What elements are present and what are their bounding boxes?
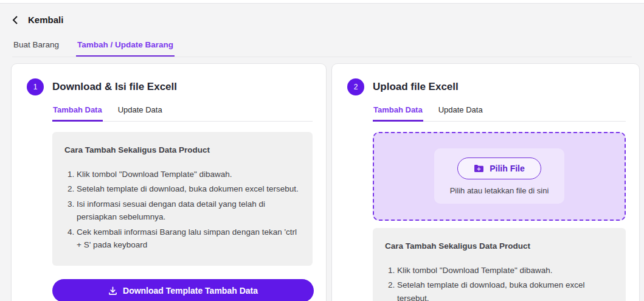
download-button-label: Download Template Tambah Data [123,286,258,296]
instruction-step: Setelah template di download, buka dokum… [77,182,299,196]
step-badge-1: 1 [27,78,44,95]
instruction-step: Klik tombol "Download Template" dibawah. [77,168,299,181]
instruction-step: Klik tombol "Download Template" dibawah. [397,264,612,277]
instruction-step: Cek kembali informasi Barang lalu simpan… [77,226,299,252]
step-badge-2: 2 [347,78,364,95]
instructions-title: Cara Tambah Sekaligus Data Product [64,145,299,154]
download-icon [108,286,117,296]
download-template-button[interactable]: Download Template Tambah Data [52,279,314,301]
pick-file-label: Pilih File [490,164,525,173]
chevron-left-icon [12,16,18,24]
main-tabs: Buat Barang Tambah / Update Barang [12,38,632,57]
instruction-step: Setelah template di download, buka dokum… [397,279,612,301]
upload-panel-header: 2 Upload file Excell [347,78,626,95]
download-panel-header: 1 Download & Isi file Excell [27,78,313,95]
upload-panel-title: Upload file Excell [373,81,459,93]
instructions-list: Klik tombol "Download Template" dibawah.… [385,264,612,301]
folder-plus-icon [474,164,484,173]
download-tab-update-data[interactable]: Update Data [117,104,163,122]
download-panel-tabs: Tambah Data Update Data [52,104,313,122]
upload-tab-tambah-data[interactable]: Tambah Data [373,104,423,122]
download-panel: 1 Download & Isi file Excell Tambah Data… [11,63,327,301]
content-area: 1 Download & Isi file Excell Tambah Data… [0,57,644,301]
download-instructions-box: Cara Tambah Sekaligus Data Product Klik … [52,132,313,266]
dropzone-inner: Pilih File Pilih atau letakkan file di s… [434,148,565,204]
page-header: Kembali Buat Barang Tambah / Update Bara… [0,4,644,57]
file-dropzone[interactable]: Pilih File Pilih atau letakkan file di s… [373,132,626,221]
tab-tambah-update-barang[interactable]: Tambah / Update Barang [76,38,175,57]
upload-instructions-box: Cara Tambah Sekaligus Data Product Klik … [373,228,626,301]
upload-panel-tabs: Tambah Data Update Data [373,104,626,122]
upload-panel: 2 Upload file Excell Tambah Data Update … [331,63,640,301]
download-panel-title: Download & Isi file Excell [52,81,177,93]
back-label-text: Kembali [28,15,63,25]
instructions-list: Klik tombol "Download Template" dibawah.… [64,168,299,252]
instruction-step: Isi informasi sesuai dengan data detail … [77,198,299,224]
pick-file-button[interactable]: Pilih File [457,157,541,179]
dropzone-hint: Pilih atau letakkan file di sini [450,186,549,195]
tab-buat-barang[interactable]: Buat Barang [12,38,60,57]
upload-tab-update-data[interactable]: Update Data [438,104,483,122]
instructions-title: Cara Tambah Sekaligus Data Product [385,241,612,251]
download-tab-tambah-data[interactable]: Tambah Data [52,104,103,122]
back-button[interactable]: Kembali [12,15,63,25]
